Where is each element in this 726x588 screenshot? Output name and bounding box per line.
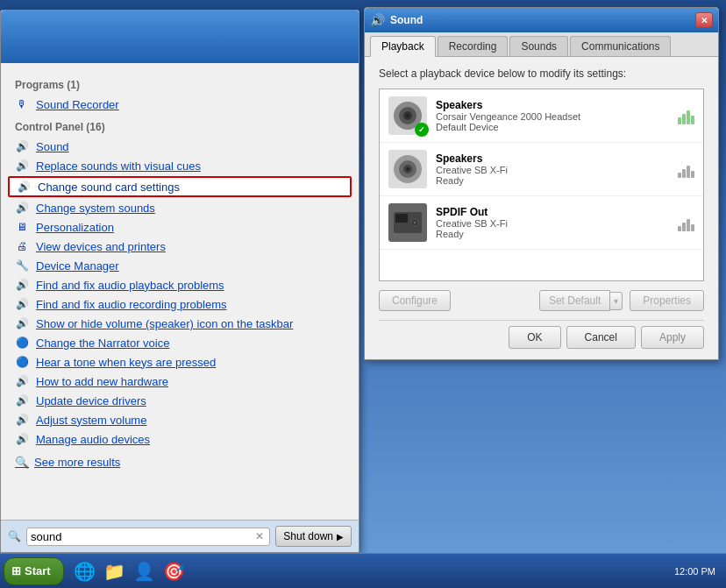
show-hide-volume-icon: 🔊	[15, 316, 29, 330]
search-icon: 🔍	[8, 530, 21, 542]
apply-button[interactable]: Apply	[641, 326, 704, 349]
menu-item-manage-audio[interactable]: 🔊 Manage audio devices	[1, 429, 359, 449]
dialog-action-row: OK Cancel Apply	[379, 320, 704, 349]
menu-item-add-hardware[interactable]: 🔊 How to add new hardware	[1, 372, 359, 391]
sound-icon: 🔊	[15, 139, 29, 153]
change-sound-card-label: Change sound card settings	[38, 181, 180, 194]
spdif-icon	[388, 203, 427, 242]
bar1	[678, 117, 681, 124]
dialog-title-left: 🔊 Sound	[370, 13, 423, 27]
see-more-results[interactable]: 🔍 See more results	[1, 449, 359, 476]
dialog-close-button[interactable]: ✕	[695, 12, 713, 28]
bar4	[691, 224, 694, 231]
narrator-label: Change the Narrator voice	[36, 337, 169, 350]
menu-item-personalization[interactable]: 🖥 Personalization	[1, 217, 359, 237]
svg-point-11	[414, 222, 416, 224]
search-clear-button[interactable]: ✕	[253, 530, 266, 542]
corsair-device-info: Speakers Corsair Vengeance 2000 Headset …	[436, 99, 669, 132]
dialog-titlebar: 🔊 Sound ✕	[365, 8, 718, 32]
start-label: Start	[25, 564, 51, 577]
menu-item-change-sound-card[interactable]: 🔊 Change sound card settings	[8, 176, 352, 197]
change-system-sounds-label: Change system sounds	[36, 202, 155, 215]
dialog-instruction: Select a playback device below to modify…	[379, 67, 704, 80]
menu-item-fix-recording[interactable]: 🔊 Find and fix audio recording problems	[1, 294, 359, 314]
tab-sounds[interactable]: Sounds	[509, 36, 568, 56]
menu-item-sound-recorder[interactable]: 🎙 Sound Recorder	[1, 95, 359, 114]
menu-item-update-drivers[interactable]: 🔊 Update device drivers	[1, 391, 359, 410]
dialog-title: Sound	[390, 14, 423, 26]
device-manager-icon: 🔧	[15, 259, 29, 273]
svg-rect-9	[395, 214, 408, 223]
bar2	[682, 223, 686, 231]
device-item-corsair[interactable]: ✓ Speakers Corsair Vengeance 2000 Headse…	[380, 89, 703, 143]
taskbar-pinned-icons: 🌐 📁 👤 🎯	[71, 557, 189, 585]
sound-dialog: 🔊 Sound ✕ Playback Recording Sounds Comm…	[364, 7, 719, 360]
menu-item-view-devices[interactable]: 🖨 View devices and printers	[1, 237, 359, 256]
update-drivers-label: Update device drivers	[36, 394, 146, 407]
cancel-button[interactable]: Cancel	[566, 326, 636, 349]
manage-audio-label: Manage audio devices	[36, 433, 150, 446]
update-drivers-icon: 🔊	[15, 393, 29, 407]
menu-item-hear-tone[interactable]: 🔵 Hear a tone when keys are pressed	[1, 352, 359, 372]
creative-speaker-desc: Creative SB X-Fi	[436, 165, 669, 175]
start-menu: Programs (1) 🎙 Sound Recorder Control Pa…	[0, 10, 359, 553]
bar3	[687, 219, 690, 231]
ok-button[interactable]: OK	[509, 326, 560, 349]
tab-recording[interactable]: Recording	[438, 36, 509, 56]
shutdown-arrow-icon: ▶	[337, 532, 344, 542]
chrome-icon[interactable]: 🌐	[71, 557, 99, 585]
adjust-volume-icon: 🔊	[15, 413, 29, 427]
set-default-dropdown[interactable]: ▾	[610, 292, 623, 310]
default-badge: ✓	[415, 123, 429, 137]
manage-audio-icon: 🔊	[15, 432, 29, 446]
user-icon[interactable]: 👤	[131, 557, 159, 585]
menu-item-show-hide-volume[interactable]: 🔊 Show or hide volume (speaker) icon on …	[1, 314, 359, 333]
configure-button[interactable]: Configure	[379, 290, 451, 311]
explorer-icon[interactable]: 📁	[101, 557, 129, 585]
properties-button[interactable]: Properties	[630, 290, 704, 311]
bar1	[678, 173, 681, 178]
svg-point-7	[406, 167, 409, 171]
bar4	[691, 171, 694, 178]
hear-tone-icon: 🔵	[15, 355, 29, 369]
change-sound-card-icon: 🔊	[17, 180, 31, 194]
creative-speaker-name: Speakers	[436, 152, 669, 165]
add-hardware-label: How to add new hardware	[36, 375, 168, 388]
hear-tone-label: Hear a tone when keys are pressed	[36, 356, 216, 369]
menu-item-narrator[interactable]: 🔵 Change the Narrator voice	[1, 333, 359, 352]
bar3	[687, 166, 690, 178]
menu-item-adjust-volume[interactable]: 🔊 Adjust system volume	[1, 410, 359, 429]
programs-section-title: Programs (1)	[1, 75, 359, 95]
narrator-icon: 🔵	[15, 336, 29, 350]
menu-item-change-system-sounds[interactable]: 🔊 Change system sounds	[1, 198, 359, 217]
tab-communications[interactable]: Communications	[570, 36, 671, 56]
creative-speaker-icon	[388, 150, 427, 188]
shutdown-label: Shut down	[283, 530, 333, 542]
sound-dialog-icon: 🔊	[370, 13, 385, 27]
control-panel-section-title: Control Panel (16)	[1, 117, 359, 137]
show-hide-volume-label: Show or hide volume (speaker) icon on th…	[36, 317, 293, 330]
set-default-split: Set Default ▾	[539, 290, 623, 311]
target-icon[interactable]: 🎯	[160, 557, 189, 585]
shutdown-button[interactable]: Shut down ▶	[275, 526, 352, 547]
start-button[interactable]: ⊞ Start	[4, 557, 64, 585]
tab-playback[interactable]: Playback	[370, 36, 436, 57]
device-item-spdif[interactable]: SPDIF Out Creative SB X-Fi Ready	[380, 196, 703, 250]
spdif-device-info: SPDIF Out Creative SB X-Fi Ready	[436, 206, 669, 239]
menu-item-fix-playback[interactable]: 🔊 Find and fix audio playback problems	[1, 275, 359, 294]
menu-item-device-manager[interactable]: 🔧 Device Manager	[1, 256, 359, 275]
device-item-creative-speakers[interactable]: Speakers Creative SB X-Fi Ready	[380, 143, 703, 196]
dialog-bottom-buttons: Configure Set Default ▾ Properties	[379, 290, 704, 311]
windows-logo-icon: ⊞	[11, 564, 21, 577]
search-input[interactable]	[31, 530, 253, 543]
bar3	[687, 110, 690, 124]
menu-item-sound[interactable]: 🔊 Sound	[1, 137, 359, 156]
menu-item-replace-sounds[interactable]: 🔊 Replace sounds with visual cues	[1, 156, 359, 175]
bar2	[682, 169, 686, 178]
personalization-icon: 🖥	[15, 220, 29, 234]
set-default-button[interactable]: Set Default	[539, 290, 610, 311]
corsair-device-status: Default Device	[436, 122, 669, 132]
fix-playback-icon: 🔊	[15, 278, 29, 292]
search-small-icon: 🔍	[15, 456, 29, 469]
view-devices-label: View devices and printers	[36, 240, 166, 253]
